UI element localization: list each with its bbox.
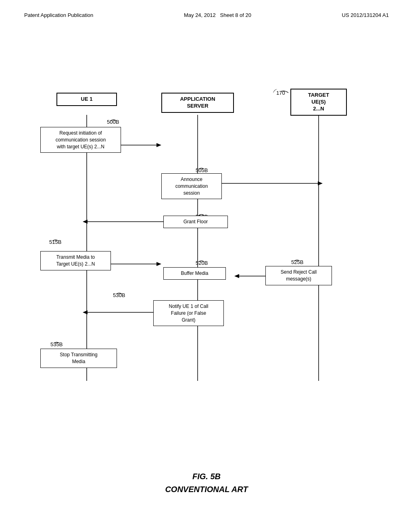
step-515B: Transmit Media toTarget UE(s) 2...N [40, 251, 111, 270]
ref-530B: 530B [113, 292, 125, 298]
entity-app-server: APPLICATIONSERVER [161, 93, 234, 113]
ref-500B: 500B [107, 119, 119, 125]
svg-marker-10 [156, 262, 161, 266]
ref-535B: 535B [50, 341, 63, 347]
figure-sublabel: CONVENTIONAL ART [165, 483, 248, 496]
page: Patent Application Publication May 24, 2… [0, 0, 413, 532]
ref-515B: 515B [49, 239, 61, 245]
step-535B: Stop TransmittingMedia [40, 349, 117, 368]
step-500B: Request initiation ofcommunication sessi… [40, 127, 121, 153]
ref-525B: 525B [291, 259, 303, 265]
svg-marker-6 [318, 181, 323, 185]
figure-label: FIG. 5B [165, 470, 248, 483]
figure-caption: FIG. 5B CONVENTIONAL ART [165, 470, 248, 496]
step-530B: Notify UE 1 of CallFailure (or FalseGran… [153, 300, 224, 326]
diagram-area: UE 1 APPLICATIONSERVER TARGETUE(S)2...N … [24, 30, 389, 413]
entity-ue1: UE 1 [56, 93, 117, 106]
app-server-label: APPLICATIONSERVER [180, 96, 215, 109]
step-510B: Grant Floor [163, 216, 228, 228]
svg-marker-8 [83, 220, 88, 224]
step-525B: Send Reject Callmessage(s) [265, 266, 332, 285]
step-520B: Buffer Media [163, 267, 226, 280]
ref-520B: 520B [196, 260, 208, 266]
svg-marker-12 [234, 274, 239, 278]
header-right: US 2012/131204 A1 [342, 12, 389, 18]
page-header: Patent Application Publication May 24, 2… [24, 12, 389, 18]
ref-505B: 505B [196, 167, 208, 173]
svg-marker-14 [83, 310, 88, 314]
header-center: May 24, 2012 Sheet 8 of 20 [184, 12, 251, 18]
entity-target-ue: TARGETUE(S)2...N [290, 89, 347, 116]
target-ue-label: TARGETUE(S)2...N [308, 92, 329, 112]
step-505B: Announcecommunicationsession [161, 173, 222, 199]
header-left: Patent Application Publication [24, 12, 93, 18]
svg-marker-4 [156, 143, 161, 147]
